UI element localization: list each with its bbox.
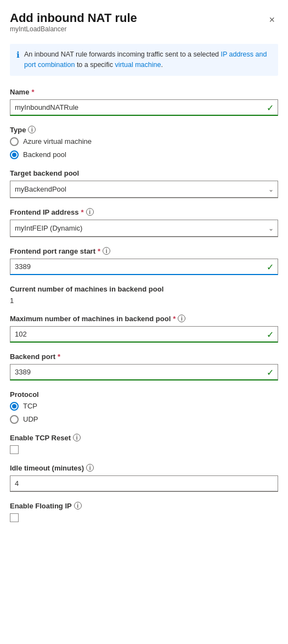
panel-header: Add inbound NAT rule myIntLoadBalancer × [10,11,278,42]
backend-port-label: Backend port * [10,352,278,361]
radio-tcp[interactable]: TCP [10,402,278,411]
frontend-port-input[interactable] [10,259,278,275]
frontend-ip-info-icon[interactable]: i [86,208,94,216]
frontend-ip-select[interactable]: myIntFEIP (Dynamic) [10,220,278,237]
frontend-ip-group: Frontend IP address * i myIntFEIP (Dynam… [10,208,278,237]
info-highlight-2: virtual machine [115,61,161,69]
target-backend-pool-group: Target backend pool myBackendPool ⌄ [10,169,278,198]
info-text: An inbound NAT rule forwards incoming tr… [24,49,272,70]
info-icon: ℹ [16,50,20,60]
radio-azure-vm-outer [10,137,19,146]
radio-backend-pool-outer [10,150,19,159]
idle-timeout-group: Idle timeout (minutes) i [10,464,278,492]
max-machines-group: Maximum number of machines in backend po… [10,315,278,343]
frontend-port-check-icon: ✓ [267,261,274,272]
backend-port-required: * [58,352,60,361]
idle-timeout-label: Idle timeout (minutes) i [10,464,278,472]
frontend-port-required: * [98,247,100,255]
name-check-icon: ✓ [267,102,274,113]
radio-udp[interactable]: UDP [10,415,278,424]
max-machines-label: Maximum number of machines in backend po… [10,315,278,323]
name-label: Name * [10,88,278,96]
backend-port-input[interactable] [10,364,278,380]
frontend-ip-required: * [81,208,83,216]
frontend-ip-select-wrapper: myIntFEIP (Dynamic) ⌄ [10,220,278,237]
max-machines-info-icon[interactable]: i [178,315,185,322]
radio-backend-pool[interactable]: Backend pool [10,150,278,159]
max-machines-required: * [173,315,176,323]
panel-subtitle: myIntLoadBalancer [10,25,137,33]
radio-tcp-label: TCP [23,402,37,410]
frontend-port-label: Frontend port range start * i [10,247,278,255]
radio-tcp-outer [10,402,19,411]
frontend-port-input-wrapper: ✓ [10,259,278,275]
tcp-reset-group: Enable TCP Reset i [10,434,278,454]
current-machines-group: Current number of machines in backend po… [10,285,278,305]
name-input[interactable] [10,99,278,116]
name-field-group: Name * ✓ [10,88,278,116]
radio-tcp-inner [12,404,16,408]
frontend-port-info-icon[interactable]: i [103,247,110,255]
protocol-field-group: Protocol TCP UDP [10,390,278,424]
target-backend-pool-select[interactable]: myBackendPool [10,181,278,198]
radio-backend-pool-inner [12,153,16,157]
floating-ip-checkbox-item [10,513,278,522]
idle-timeout-input[interactable] [10,475,278,492]
protocol-radio-group: TCP UDP [10,402,278,424]
backend-port-input-wrapper: ✓ [10,364,278,380]
frontend-ip-label: Frontend IP address * i [10,208,278,216]
floating-ip-group: Enable Floating IP i [10,502,278,522]
name-required: * [31,88,34,96]
type-info-icon[interactable]: i [28,126,36,133]
current-machines-value: 1 [10,296,278,305]
backend-port-group: Backend port * ✓ [10,352,278,380]
radio-backend-pool-label: Backend pool [23,150,66,159]
max-machines-input-wrapper: ✓ [10,326,278,343]
tcp-reset-label: Enable TCP Reset i [10,434,278,442]
type-field-group: Type i Azure virtual machine Backend poo… [10,126,278,159]
max-machines-check-icon: ✓ [267,329,274,339]
current-machines-label: Current number of machines in backend po… [10,285,278,293]
idle-timeout-info-icon[interactable]: i [86,464,94,472]
tcp-reset-checkbox[interactable] [10,445,19,454]
radio-udp-label: UDP [23,415,38,423]
radio-azure-vm[interactable]: Azure virtual machine [10,137,278,146]
name-input-wrapper: ✓ [10,99,278,116]
radio-azure-vm-label: Azure virtual machine [23,137,92,145]
floating-ip-info-icon[interactable]: i [74,502,82,509]
floating-ip-label: Enable Floating IP i [10,502,278,510]
close-button[interactable]: × [266,13,278,27]
target-backend-pool-select-wrapper: myBackendPool ⌄ [10,181,278,198]
type-radio-group: Azure virtual machine Backend pool [10,137,278,159]
idle-timeout-input-wrapper [10,475,278,492]
type-label: Type i [10,126,278,134]
radio-udp-outer [10,415,19,424]
panel-title: Add inbound NAT rule [10,11,137,25]
tcp-reset-info-icon[interactable]: i [73,434,81,441]
info-box: ℹ An inbound NAT rule forwards incoming … [10,44,278,76]
max-machines-input[interactable] [10,326,278,343]
target-backend-pool-label: Target backend pool [10,169,278,177]
backend-port-check-icon: ✓ [267,367,274,377]
floating-ip-checkbox[interactable] [10,513,19,522]
tcp-reset-checkbox-item [10,445,278,454]
frontend-port-group: Frontend port range start * i ✓ [10,247,278,275]
protocol-label: Protocol [10,390,278,399]
